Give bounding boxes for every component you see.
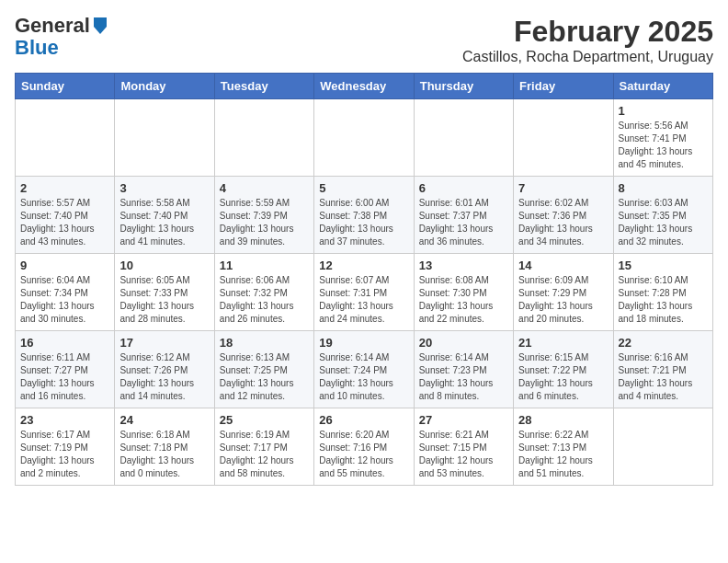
day-number: 13: [419, 259, 508, 272]
day-info: Sunrise: 6:03 AM Sunset: 7:35 PM Dayligh…: [619, 197, 708, 248]
table-row: 4Sunrise: 5:59 AM Sunset: 7:39 PM Daylig…: [214, 177, 313, 254]
table-row: 24Sunrise: 6:18 AM Sunset: 7:18 PM Dayli…: [115, 408, 214, 486]
day-info: Sunrise: 6:20 AM Sunset: 7:16 PM Dayligh…: [319, 429, 408, 480]
day-info: Sunrise: 6:18 AM Sunset: 7:18 PM Dayligh…: [119, 429, 209, 480]
day-number: 11: [220, 259, 309, 272]
day-info: Sunrise: 6:09 AM Sunset: 7:29 PM Dayligh…: [518, 274, 608, 326]
day-info: Sunrise: 6:06 AM Sunset: 7:32 PM Dayligh…: [220, 274, 309, 326]
day-info: Sunrise: 5:56 AM Sunset: 7:41 PM Dayligh…: [619, 120, 708, 171]
day-info: Sunrise: 6:14 AM Sunset: 7:24 PM Dayligh…: [319, 351, 408, 403]
col-friday: Friday: [514, 74, 613, 99]
day-number: 1: [619, 104, 708, 118]
day-info: Sunrise: 5:57 AM Sunset: 7:40 PM Dayligh…: [20, 197, 109, 248]
day-info: Sunrise: 6:21 AM Sunset: 7:15 PM Dayligh…: [419, 429, 508, 480]
day-number: 18: [220, 336, 309, 350]
table-row: 3Sunrise: 5:58 AM Sunset: 7:40 PM Daylig…: [115, 177, 214, 254]
logo-blue-text: Blue: [15, 37, 108, 59]
table-row: 16Sunrise: 6:11 AM Sunset: 7:27 PM Dayli…: [16, 331, 115, 408]
table-row: 11Sunrise: 6:06 AM Sunset: 7:32 PM Dayli…: [214, 254, 313, 331]
table-row: [414, 99, 513, 177]
day-info: Sunrise: 6:17 AM Sunset: 7:19 PM Dayligh…: [20, 429, 109, 480]
col-monday: Monday: [115, 74, 214, 99]
day-info: Sunrise: 5:58 AM Sunset: 7:40 PM Dayligh…: [119, 197, 209, 248]
day-info: Sunrise: 6:19 AM Sunset: 7:17 PM Dayligh…: [220, 429, 309, 480]
day-number: 16: [20, 336, 109, 350]
table-row: 19Sunrise: 6:14 AM Sunset: 7:24 PM Dayli…: [314, 331, 414, 408]
day-number: 14: [518, 259, 608, 272]
table-row: 5Sunrise: 6:00 AM Sunset: 7:38 PM Daylig…: [314, 177, 414, 254]
col-sunday: Sunday: [16, 74, 115, 99]
calendar-table: Sunday Monday Tuesday Wednesday Thursday…: [15, 73, 713, 486]
week-row-0: 1Sunrise: 5:56 AM Sunset: 7:41 PM Daylig…: [16, 99, 713, 177]
col-saturday: Saturday: [613, 74, 712, 99]
day-number: 8: [619, 181, 708, 195]
day-number: 9: [20, 259, 109, 272]
day-number: 4: [220, 181, 309, 195]
day-number: 24: [119, 413, 209, 427]
day-info: Sunrise: 6:07 AM Sunset: 7:31 PM Dayligh…: [319, 274, 408, 326]
table-row: [16, 99, 115, 177]
table-row: 6Sunrise: 6:01 AM Sunset: 7:37 PM Daylig…: [414, 177, 513, 254]
calendar-header-row: Sunday Monday Tuesday Wednesday Thursday…: [16, 74, 713, 99]
page-container: General Blue February 2025 Castillos, Ro…: [0, 0, 728, 493]
day-info: Sunrise: 6:13 AM Sunset: 7:25 PM Dayligh…: [220, 351, 309, 403]
table-row: 26Sunrise: 6:20 AM Sunset: 7:16 PM Dayli…: [314, 408, 414, 486]
day-info: Sunrise: 6:15 AM Sunset: 7:22 PM Dayligh…: [518, 351, 608, 403]
table-row: 21Sunrise: 6:15 AM Sunset: 7:22 PM Dayli…: [514, 331, 613, 408]
table-row: 23Sunrise: 6:17 AM Sunset: 7:19 PM Dayli…: [16, 408, 115, 486]
svg-marker-0: [94, 17, 107, 34]
day-info: Sunrise: 6:16 AM Sunset: 7:21 PM Dayligh…: [619, 351, 708, 403]
table-row: 10Sunrise: 6:05 AM Sunset: 7:33 PM Dayli…: [115, 254, 214, 331]
table-row: 28Sunrise: 6:22 AM Sunset: 7:13 PM Dayli…: [514, 408, 613, 486]
day-info: Sunrise: 6:04 AM Sunset: 7:34 PM Dayligh…: [20, 274, 109, 326]
day-info: Sunrise: 6:14 AM Sunset: 7:23 PM Dayligh…: [419, 351, 508, 403]
calendar-title: February 2025: [462, 15, 713, 49]
table-row: 17Sunrise: 6:12 AM Sunset: 7:26 PM Dayli…: [115, 331, 214, 408]
table-row: 9Sunrise: 6:04 AM Sunset: 7:34 PM Daylig…: [16, 254, 115, 331]
table-row: 14Sunrise: 6:09 AM Sunset: 7:29 PM Dayli…: [514, 254, 613, 331]
day-number: 19: [319, 336, 408, 350]
logo-general-text: General: [15, 15, 90, 37]
day-info: Sunrise: 6:11 AM Sunset: 7:27 PM Dayligh…: [20, 351, 109, 403]
day-number: 22: [619, 336, 708, 350]
day-number: 23: [20, 413, 109, 427]
table-row: 20Sunrise: 6:14 AM Sunset: 7:23 PM Dayli…: [414, 331, 513, 408]
logo: General Blue: [15, 15, 108, 59]
day-number: 6: [419, 181, 508, 195]
table-row: 22Sunrise: 6:16 AM Sunset: 7:21 PM Dayli…: [613, 331, 712, 408]
day-number: 17: [119, 336, 209, 350]
week-row-2: 9Sunrise: 6:04 AM Sunset: 7:34 PM Daylig…: [16, 254, 713, 331]
table-row: 27Sunrise: 6:21 AM Sunset: 7:15 PM Dayli…: [414, 408, 513, 486]
day-number: 25: [220, 413, 309, 427]
day-number: 20: [419, 336, 508, 350]
table-row: [214, 99, 313, 177]
day-info: Sunrise: 5:59 AM Sunset: 7:39 PM Dayligh…: [220, 197, 309, 248]
day-number: 27: [419, 413, 508, 427]
table-row: 8Sunrise: 6:03 AM Sunset: 7:35 PM Daylig…: [613, 177, 712, 254]
day-number: 7: [518, 181, 608, 195]
col-thursday: Thursday: [414, 74, 513, 99]
table-row: 12Sunrise: 6:07 AM Sunset: 7:31 PM Dayli…: [314, 254, 414, 331]
day-info: Sunrise: 6:00 AM Sunset: 7:38 PM Dayligh…: [319, 197, 408, 248]
table-row: 15Sunrise: 6:10 AM Sunset: 7:28 PM Dayli…: [613, 254, 712, 331]
week-row-4: 23Sunrise: 6:17 AM Sunset: 7:19 PM Dayli…: [16, 408, 713, 486]
day-number: 10: [119, 259, 209, 272]
table-row: [613, 408, 712, 486]
day-number: 26: [319, 413, 408, 427]
day-info: Sunrise: 6:22 AM Sunset: 7:13 PM Dayligh…: [518, 429, 608, 480]
col-tuesday: Tuesday: [214, 74, 313, 99]
day-info: Sunrise: 6:02 AM Sunset: 7:36 PM Dayligh…: [518, 197, 608, 248]
header: General Blue February 2025 Castillos, Ro…: [15, 15, 713, 65]
day-number: 15: [619, 259, 708, 272]
table-row: 2Sunrise: 5:57 AM Sunset: 7:40 PM Daylig…: [16, 177, 115, 254]
col-wednesday: Wednesday: [314, 74, 414, 99]
day-info: Sunrise: 6:10 AM Sunset: 7:28 PM Dayligh…: [619, 274, 708, 326]
table-row: [115, 99, 214, 177]
logo-icon: [92, 16, 108, 36]
week-row-1: 2Sunrise: 5:57 AM Sunset: 7:40 PM Daylig…: [16, 177, 713, 254]
table-row: 7Sunrise: 6:02 AM Sunset: 7:36 PM Daylig…: [514, 177, 613, 254]
day-number: 21: [518, 336, 608, 350]
calendar-subtitle: Castillos, Rocha Department, Uruguay: [462, 49, 713, 65]
day-info: Sunrise: 6:12 AM Sunset: 7:26 PM Dayligh…: [119, 351, 209, 403]
day-number: 12: [319, 259, 408, 272]
